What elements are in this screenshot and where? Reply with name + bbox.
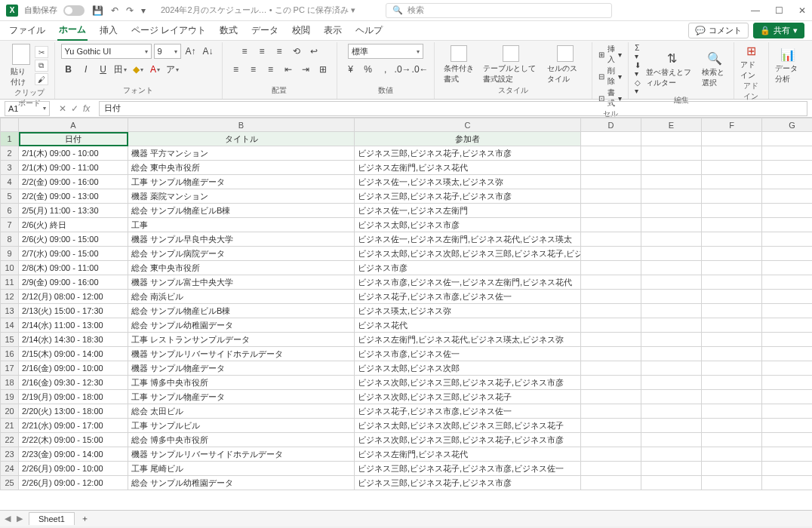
tab-insert[interactable]: 挿入 (98, 21, 119, 40)
sheet-nav-prev-icon[interactable]: ◀ (5, 514, 11, 523)
cell[interactable] (641, 204, 702, 218)
decrease-decimal-icon[interactable]: .0← (413, 62, 428, 77)
cell[interactable]: ビジネス三郎,ビジネス花子,ビジネス市彦 (355, 476, 581, 490)
clear-button[interactable]: ◇ ▾ (635, 78, 643, 95)
cell[interactable]: 2/19(月) 09:00 - 18:00 (19, 390, 128, 404)
cell[interactable] (581, 204, 641, 218)
cell[interactable]: 工事 サンプル物産データ (128, 175, 355, 189)
cell[interactable] (702, 132, 762, 146)
search-box[interactable]: 🔍 検索 (386, 3, 612, 18)
cell[interactable]: 総会 博多中央市役所 (128, 433, 355, 447)
number-format-select[interactable]: 標準▾ (348, 44, 423, 59)
cell[interactable]: 工事 尾崎ビル (128, 462, 355, 476)
row-header[interactable]: 4 (1, 175, 19, 189)
cell[interactable] (762, 232, 813, 247)
save-icon[interactable]: 💾 (92, 5, 103, 16)
bold-button[interactable]: B (61, 62, 76, 77)
cell[interactable] (641, 247, 702, 261)
cell[interactable]: 2/14(水) 14:30 - 18:30 (19, 333, 128, 347)
cell[interactable]: 2/7(水) 09:00 - 15:00 (19, 247, 128, 261)
cell[interactable]: 総会 東中央市役所 (128, 261, 355, 275)
row-header[interactable]: 24 (1, 462, 19, 476)
cell[interactable] (762, 161, 813, 175)
align-left-icon[interactable]: ≡ (229, 62, 244, 77)
cell[interactable] (641, 232, 702, 247)
qat-dropdown-icon[interactable]: ▾ (141, 5, 146, 16)
cell[interactable]: 2/26(月) 09:00 - 12:00 (19, 476, 128, 490)
cell[interactable] (641, 462, 702, 476)
row-header[interactable]: 11 (1, 275, 19, 290)
percent-icon[interactable]: % (361, 62, 376, 77)
cell[interactable]: ビジネス佐一,ビジネス左衛門,ビジネス花代,ビジネス瑛太 (355, 232, 581, 247)
cell[interactable] (581, 132, 641, 146)
cell[interactable]: ビジネス左衛門,ビジネス花代,ビジネス瑛太,ビジネス弥 (355, 333, 581, 347)
increase-indent-icon[interactable]: ⇥ (298, 62, 313, 77)
font-size-select[interactable]: 9▾ (154, 44, 181, 59)
tab-review[interactable]: 校閲 (291, 21, 312, 40)
row-header[interactable]: 17 (1, 361, 19, 376)
cell[interactable]: 2/23(金) 09:00 - 14:00 (19, 447, 128, 462)
cell[interactable]: ビジネス次郎,ビジネス三郎,ビジネス花子 (355, 390, 581, 404)
tab-home[interactable]: ホーム (57, 20, 88, 41)
row-header[interactable]: 22 (1, 433, 19, 447)
cell[interactable]: 機器 サンプル物産データ (128, 361, 355, 376)
cell[interactable] (581, 476, 641, 490)
row-header[interactable]: 18 (1, 376, 19, 390)
cell[interactable] (762, 175, 813, 189)
row-header[interactable]: 20 (1, 404, 19, 419)
cell[interactable] (702, 304, 762, 318)
cell[interactable]: 日付 (19, 132, 128, 146)
cell[interactable]: 総会 サンプル物産ビルB棟 (128, 304, 355, 318)
cell[interactable] (762, 419, 813, 433)
cell[interactable] (702, 146, 762, 161)
cell[interactable] (641, 261, 702, 275)
col-header-C[interactable]: C (355, 118, 581, 132)
cell[interactable] (641, 161, 702, 175)
cell[interactable]: 2/2(金) 09:00 - 16:00 (19, 175, 128, 189)
cell[interactable]: 工事 サンプルビル (128, 419, 355, 433)
fx-icon[interactable]: fx (83, 103, 90, 114)
cell[interactable]: 工事 博多中央市役所 (128, 376, 355, 390)
row-header[interactable]: 12 (1, 290, 19, 304)
col-header-A[interactable]: A (19, 118, 128, 132)
cell[interactable] (762, 361, 813, 376)
cell[interactable]: 2/9(金) 09:00 - 16:00 (19, 275, 128, 290)
cell[interactable] (641, 333, 702, 347)
cell[interactable] (702, 476, 762, 490)
cell[interactable]: 工事 レストランサンプルデータ (128, 333, 355, 347)
cell[interactable]: ビジネス瑛太,ビジネス弥 (355, 304, 581, 318)
row-header[interactable]: 25 (1, 476, 19, 490)
cell[interactable] (702, 347, 762, 361)
cell[interactable] (581, 318, 641, 333)
cell[interactable]: 2/13(火) 15:00 - 17:30 (19, 304, 128, 318)
cell[interactable] (641, 189, 702, 204)
cell[interactable]: ビジネス左衛門,ビジネス花代 (355, 161, 581, 175)
decrease-font-icon[interactable]: A↓ (201, 44, 216, 59)
col-header-G[interactable]: G (762, 118, 813, 132)
cell[interactable] (702, 189, 762, 204)
insert-cells-button[interactable]: ⊞ 挿入 ▾ (598, 44, 622, 65)
undo-icon[interactable]: ↶ (111, 5, 118, 16)
cell[interactable]: 工事 サンプル物産データ (128, 390, 355, 404)
merge-cells-icon[interactable]: ⊞ (315, 62, 331, 77)
cell[interactable] (702, 318, 762, 333)
minimize-button[interactable]: — (751, 5, 760, 16)
row-header[interactable]: 3 (1, 161, 19, 175)
cell[interactable]: ビジネス市彦 (355, 261, 581, 275)
cell[interactable] (641, 275, 702, 290)
row-header[interactable]: 13 (1, 304, 19, 318)
cell[interactable] (641, 175, 702, 189)
cell[interactable]: 2/1(木) 09:00 - 11:00 (19, 161, 128, 175)
cell[interactable] (581, 247, 641, 261)
cell[interactable] (641, 390, 702, 404)
cell[interactable]: ビジネス次郎,ビジネス三郎,ビジネス花子,ビジネス市彦 (355, 376, 581, 390)
cell[interactable] (702, 376, 762, 390)
tab-page-layout[interactable]: ページ レイアウト (130, 21, 208, 40)
row-header[interactable]: 8 (1, 232, 19, 247)
cell[interactable]: 参加者 (355, 132, 581, 146)
cell[interactable] (581, 146, 641, 161)
cell[interactable]: 総会 サンプル病院データ (128, 247, 355, 261)
cell[interactable]: 総会 サンプル幼稚園データ (128, 476, 355, 490)
underline-button[interactable]: U (96, 62, 111, 77)
cell[interactable] (702, 361, 762, 376)
